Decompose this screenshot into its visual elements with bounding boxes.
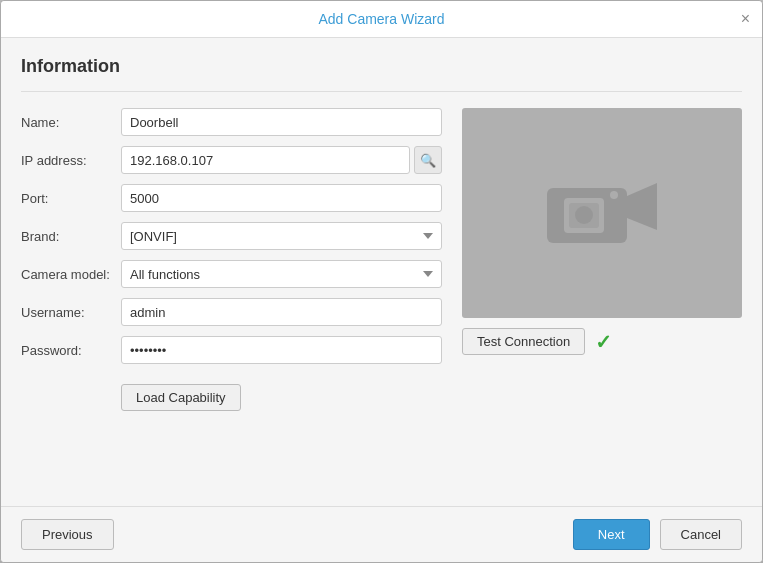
name-label: Name: xyxy=(21,115,121,130)
dialog-header: Add Camera Wizard × xyxy=(1,1,762,38)
password-row: Password: xyxy=(21,336,442,364)
port-input[interactable] xyxy=(121,184,442,212)
section-divider xyxy=(21,91,742,92)
ip-input[interactable] xyxy=(121,146,410,174)
cancel-button[interactable]: Cancel xyxy=(660,519,742,550)
next-button[interactable]: Next xyxy=(573,519,650,550)
search-icon: 🔍 xyxy=(420,153,436,168)
password-input[interactable] xyxy=(121,336,442,364)
camera-model-row: Camera model: All functions PTZ Fixed xyxy=(21,260,442,288)
camera-model-label: Camera model: xyxy=(21,267,121,282)
name-input[interactable] xyxy=(121,108,442,136)
brand-select[interactable]: [ONVIF] Axis Bosch Dahua Hikvision xyxy=(121,222,442,250)
ip-input-row: 🔍 xyxy=(121,146,442,174)
footer-right: Next Cancel xyxy=(573,519,742,550)
add-camera-wizard-dialog: Add Camera Wizard × Information Name: IP… xyxy=(0,0,763,563)
port-row: Port: xyxy=(21,184,442,212)
ip-search-button[interactable]: 🔍 xyxy=(414,146,442,174)
section-title: Information xyxy=(21,56,742,77)
brand-label: Brand: xyxy=(21,229,121,244)
dialog-body: Information Name: IP address: 🔍 xyxy=(1,38,762,506)
content-area: Name: IP address: 🔍 Port: xyxy=(21,108,742,421)
brand-row: Brand: [ONVIF] Axis Bosch Dahua Hikvisio… xyxy=(21,222,442,250)
username-input[interactable] xyxy=(121,298,442,326)
form-area: Name: IP address: 🔍 Port: xyxy=(21,108,442,421)
svg-point-5 xyxy=(610,191,618,199)
ip-row: IP address: 🔍 xyxy=(21,146,442,174)
svg-point-3 xyxy=(575,206,593,224)
footer-left: Previous xyxy=(21,519,114,550)
test-connection-button[interactable]: Test Connection xyxy=(462,328,585,355)
camera-icon xyxy=(542,168,662,258)
camera-preview xyxy=(462,108,742,318)
load-capability-row: Load Capability xyxy=(21,374,442,411)
password-label: Password: xyxy=(21,343,121,358)
username-label: Username: xyxy=(21,305,121,320)
camera-model-select[interactable]: All functions PTZ Fixed xyxy=(121,260,442,288)
dialog-footer: Previous Next Cancel xyxy=(1,506,762,562)
svg-marker-4 xyxy=(627,183,657,230)
right-panel: Test Connection ✓ xyxy=(462,108,742,421)
ip-label: IP address: xyxy=(21,153,121,168)
username-row: Username: xyxy=(21,298,442,326)
port-label: Port: xyxy=(21,191,121,206)
test-connection-row: Test Connection ✓ xyxy=(462,328,612,355)
connection-status-icon: ✓ xyxy=(595,330,612,354)
load-capability-button[interactable]: Load Capability xyxy=(121,384,241,411)
dialog-title: Add Camera Wizard xyxy=(318,11,444,27)
previous-button[interactable]: Previous xyxy=(21,519,114,550)
close-button[interactable]: × xyxy=(741,11,750,27)
name-row: Name: xyxy=(21,108,442,136)
